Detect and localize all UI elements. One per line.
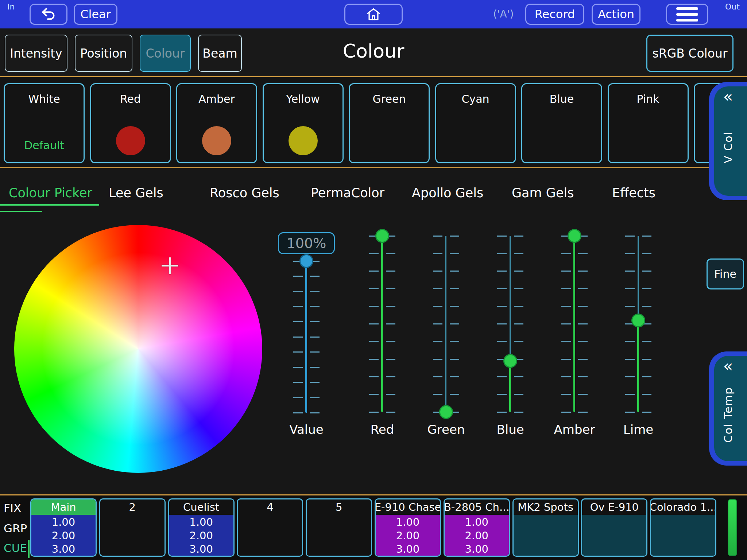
fader-tick bbox=[310, 367, 320, 368]
undo-button[interactable] bbox=[30, 4, 67, 25]
playback-title: MK2 Spots bbox=[514, 499, 578, 515]
playback-button-7[interactable]: B-2805 Ch...1.002.003.00 bbox=[444, 498, 510, 557]
fader-tick bbox=[293, 337, 303, 338]
fader-handle[interactable] bbox=[375, 229, 389, 243]
tab-effects[interactable]: Effects bbox=[612, 182, 655, 203]
srgb-colour-button[interactable]: sRGB Colour bbox=[646, 35, 734, 72]
palette-item-cyan[interactable]: Cyan bbox=[435, 83, 516, 163]
playback-title: Colorado 1... bbox=[651, 499, 715, 515]
fader-handle[interactable] bbox=[503, 354, 517, 368]
palette-item-label: Amber bbox=[177, 92, 256, 106]
menu-button[interactable] bbox=[666, 4, 708, 25]
out-label: Out bbox=[725, 2, 740, 11]
fader-tick bbox=[625, 306, 635, 307]
palette-item-red[interactable]: Red bbox=[90, 83, 171, 163]
palette-item-yellow[interactable]: Yellow bbox=[263, 83, 344, 163]
fader-tick bbox=[386, 394, 395, 395]
fader-label: Amber bbox=[545, 422, 604, 437]
fader-tick bbox=[625, 341, 635, 342]
fader-tick bbox=[369, 323, 379, 324]
tab-lee-gels[interactable]: Lee Gels bbox=[109, 182, 163, 203]
palette-item-white[interactable]: WhiteDefault bbox=[4, 83, 85, 163]
fader-tick bbox=[625, 376, 635, 377]
fader-tick bbox=[433, 394, 442, 395]
fine-button[interactable]: Fine bbox=[707, 258, 744, 289]
playback-button-1[interactable]: Main1.002.003.00 bbox=[30, 498, 97, 557]
fader-lime[interactable] bbox=[616, 228, 661, 420]
fader-handle[interactable] bbox=[439, 405, 453, 419]
playback-title: 2 bbox=[100, 499, 165, 515]
fader-tick bbox=[514, 394, 523, 395]
cue-value: 1.00 bbox=[52, 516, 76, 529]
playback-button-5[interactable]: 5 bbox=[306, 498, 372, 557]
playback-button-10[interactable]: Colorado 1... bbox=[650, 498, 716, 557]
playback-button-2[interactable]: 2 bbox=[99, 498, 166, 557]
fader-blue[interactable] bbox=[488, 228, 533, 420]
playback-cue-list: 1.002.003.00 bbox=[169, 515, 233, 556]
record-button[interactable]: Record bbox=[525, 4, 584, 25]
palette-item-label: Yellow bbox=[264, 92, 342, 106]
playback-button-4[interactable]: 4 bbox=[237, 498, 303, 557]
palette-item-blue[interactable]: Blue bbox=[521, 83, 602, 163]
v-col-label: V Col bbox=[722, 131, 735, 163]
fader-green[interactable] bbox=[423, 228, 469, 420]
fader-tick bbox=[369, 306, 379, 307]
fader-tick bbox=[386, 271, 395, 272]
fader-tick bbox=[293, 276, 303, 277]
fader-red[interactable] bbox=[360, 228, 405, 420]
fader-tick bbox=[625, 253, 635, 254]
fader-tick bbox=[450, 394, 459, 395]
fader-tick bbox=[293, 306, 303, 307]
fader-tick bbox=[293, 412, 303, 413]
attribute-tab-position[interactable]: Position bbox=[75, 35, 132, 72]
fader-handle[interactable] bbox=[299, 254, 313, 268]
fader-fill bbox=[637, 320, 639, 412]
fader-handle[interactable] bbox=[568, 229, 581, 243]
fader-fill bbox=[509, 361, 511, 412]
tab-permacolor[interactable]: PermaColor bbox=[311, 182, 384, 203]
fader-handle[interactable] bbox=[631, 314, 645, 327]
attribute-tab-beam[interactable]: Beam bbox=[198, 35, 242, 72]
master-level-indicator[interactable] bbox=[728, 499, 737, 556]
palette-item-label: Cyan bbox=[436, 92, 515, 106]
fader-tick bbox=[310, 306, 320, 307]
colour-wheel-cursor[interactable] bbox=[162, 257, 178, 274]
fader-tick bbox=[369, 412, 379, 413]
fader-tick bbox=[310, 291, 320, 292]
fader-value[interactable] bbox=[284, 253, 329, 421]
action-button[interactable]: Action bbox=[592, 4, 640, 25]
playback-button-3[interactable]: Cuelist1.002.003.00 bbox=[168, 498, 235, 557]
clear-button[interactable]: Clear bbox=[74, 4, 117, 25]
fader-tick bbox=[433, 253, 442, 254]
home-button[interactable] bbox=[344, 4, 403, 25]
fader-amber[interactable] bbox=[552, 228, 597, 420]
fader-tick bbox=[433, 376, 442, 377]
palette-item-amber[interactable]: Amber bbox=[176, 83, 257, 163]
playback-button-6[interactable]: E-910 Chase1.002.003.00 bbox=[375, 498, 441, 557]
fader-label: Value bbox=[277, 422, 336, 437]
palette-item-pink[interactable]: Pink bbox=[608, 83, 689, 163]
fader-tick bbox=[450, 271, 459, 272]
col-temp-side-tab[interactable]: « Col Temp bbox=[709, 351, 747, 466]
tab-colour-picker[interactable]: Colour Picker bbox=[9, 182, 92, 203]
cue-value: 3.00 bbox=[396, 542, 420, 556]
tab-apollo-gels[interactable]: Apollo Gels bbox=[412, 182, 483, 203]
attribute-tab-colour[interactable]: Colour bbox=[140, 35, 191, 72]
fader-tick bbox=[386, 253, 395, 254]
fader-tick bbox=[386, 341, 395, 342]
fader-tick bbox=[514, 341, 523, 342]
colour-wheel[interactable] bbox=[14, 225, 262, 473]
playback-button-9[interactable]: Ov E-910 bbox=[581, 498, 647, 557]
tab-rosco-gels[interactable]: Rosco Gels bbox=[210, 182, 279, 203]
tab-gam-gels[interactable]: Gam Gels bbox=[512, 182, 574, 203]
palette-item-green[interactable]: Green bbox=[349, 83, 430, 163]
playback-title: 5 bbox=[307, 499, 371, 515]
attribute-tab-intensity[interactable]: Intensity bbox=[5, 35, 67, 72]
fader-tick bbox=[369, 359, 379, 360]
fader-tick bbox=[497, 376, 507, 377]
playback-button-8[interactable]: MK2 Spots bbox=[512, 498, 579, 557]
v-col-side-tab[interactable]: « V Col bbox=[709, 82, 747, 200]
cue-value: 3.00 bbox=[52, 542, 76, 556]
wireless-text-icon: ('A') bbox=[493, 8, 514, 20]
playback-cue-list bbox=[514, 515, 578, 556]
